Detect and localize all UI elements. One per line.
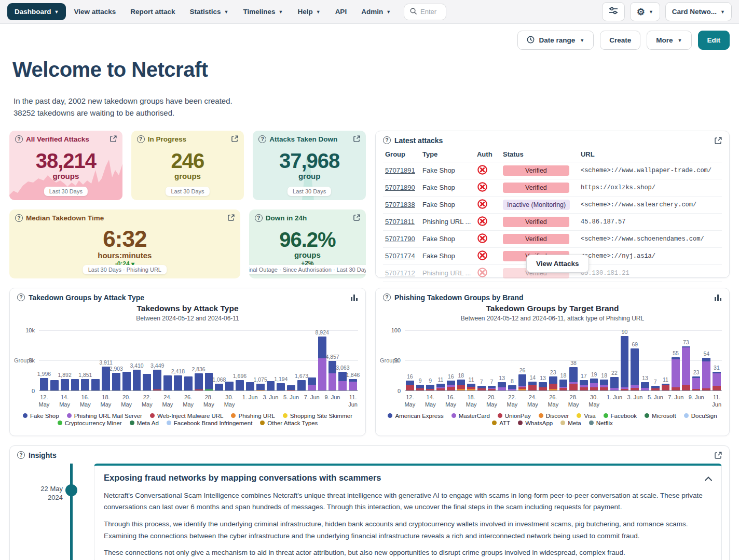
help-circle-icon[interactable]: ? — [17, 293, 25, 301]
bar-4-jun[interactable]: 1,194 — [277, 330, 285, 390]
search-input[interactable]: Enter — [404, 4, 446, 20]
legend-item-unionpay[interactable]: UnionPay — [498, 413, 531, 419]
legend-item-american-express[interactable]: American Express — [388, 413, 443, 419]
group-id-link[interactable]: 57071838 — [385, 201, 415, 208]
nav-item-view-attacks[interactable]: View attacks — [67, 4, 122, 20]
bar-26-may[interactable] — [184, 330, 193, 390]
bar-14-may[interactable]: 9 — [426, 330, 434, 390]
bar-1-jun[interactable]: 22 — [610, 330, 619, 390]
bar-28-may[interactable]: 38 — [569, 330, 578, 390]
group-id-link[interactable]: 57071712 — [385, 269, 415, 277]
group-id-link[interactable]: 57071790 — [385, 235, 415, 243]
bar-16-may[interactable]: 16 — [447, 330, 455, 390]
bar-9-jun[interactable]: 23 — [692, 330, 701, 390]
legend-item-netflix[interactable]: Netflix — [589, 420, 613, 426]
more-button[interactable]: More ▼ — [647, 31, 691, 50]
bar-1-jun[interactable] — [246, 330, 254, 390]
bar-30-may[interactable] — [225, 330, 234, 390]
legend-item-web-inject-malware-url[interactable]: Web-Inject Malware URL — [150, 413, 224, 419]
auth-denied-icon[interactable] — [477, 255, 488, 262]
auth-denied-icon[interactable] — [477, 220, 488, 228]
view-attacks-button[interactable]: View Attacks — [526, 255, 589, 273]
bar-5-jun[interactable] — [287, 330, 295, 390]
filter-sliders-button[interactable] — [602, 2, 625, 21]
help-circle-icon[interactable]: ? — [383, 293, 391, 301]
bar-19-may[interactable]: 7 — [477, 330, 486, 390]
auth-denied-icon[interactable] — [477, 272, 488, 279]
legend-item-microsoft[interactable]: Microsoft — [645, 413, 676, 419]
bar-17-may[interactable]: 18 — [457, 330, 466, 390]
legend-item-facebook-brand-infringement[interactable]: Facebook Brand Infringement — [167, 420, 253, 426]
legend-item-docusign[interactable]: DocuSign — [684, 413, 717, 419]
nav-item-help[interactable]: Help▼ — [291, 4, 327, 20]
bar-29-may[interactable]: 17 — [580, 330, 588, 390]
bar-5-jun[interactable]: 7 — [651, 330, 660, 390]
external-link-icon[interactable] — [715, 137, 722, 144]
legend-item-discover[interactable]: Discover — [539, 413, 569, 419]
help-circle-icon[interactable]: ? — [383, 136, 391, 144]
legend-item-phishing-url-mail-server[interactable]: Phishing URL Mail Server — [67, 413, 142, 419]
edit-button[interactable]: Edit — [698, 31, 730, 50]
nav-item-dashboard[interactable]: Dashboard▼ — [7, 3, 66, 20]
bar-21-may[interactable]: 13 — [498, 330, 506, 390]
bar-22-may[interactable] — [143, 330, 151, 390]
bar-20-may[interactable]: 7 — [488, 330, 496, 390]
nav-item-admin[interactable]: Admin▼ — [354, 4, 398, 20]
bar-15-may[interactable]: 11 — [436, 330, 445, 390]
bar-22-may[interactable]: 8 — [508, 330, 516, 390]
legend-item-meta-ad[interactable]: Meta Ad — [130, 420, 159, 426]
legend-item-phishing-url[interactable]: Phishing URL — [231, 413, 275, 419]
bar-11-jun[interactable]: 1,846 — [349, 330, 357, 390]
bar-23-may[interactable]: 26 — [518, 330, 527, 390]
bar-6-jun[interactable]: 1,673 — [297, 330, 306, 390]
auth-denied-icon[interactable] — [477, 237, 488, 245]
help-circle-icon[interactable]: ? — [258, 135, 266, 143]
external-link-icon[interactable] — [353, 135, 360, 142]
bar-13-may[interactable] — [50, 330, 59, 390]
bar-31-may[interactable]: 1,696 — [236, 330, 244, 390]
legend-item-shopping-site-skimmer[interactable]: Shopping Site Skimmer — [283, 413, 352, 419]
group-id-link[interactable]: 57071890 — [385, 184, 415, 191]
bar-11-jun[interactable]: 31 — [713, 330, 721, 390]
external-link-icon[interactable] — [231, 135, 238, 142]
bar-17-may[interactable] — [91, 330, 100, 390]
group-id-link[interactable]: 57071774 — [385, 252, 415, 260]
bar-15-may[interactable] — [71, 330, 79, 390]
group-id-link[interactable]: 57071891 — [385, 166, 415, 174]
bar-9-jun[interactable]: 4,857 — [329, 330, 337, 390]
bar-31-may[interactable]: 18 — [600, 330, 608, 390]
bar-27-may[interactable]: 2,836 — [195, 330, 203, 390]
legend-item-mastercard[interactable]: MasterCard — [451, 413, 490, 419]
bar-10-jun[interactable]: 54 — [702, 330, 710, 390]
bar-7-jun[interactable] — [308, 330, 316, 390]
bar-12-may[interactable]: 16 — [406, 330, 414, 390]
legend-item-other-attack-types[interactable]: Other Attack Types — [260, 420, 318, 426]
help-circle-icon[interactable]: ? — [15, 214, 23, 222]
bar-30-may[interactable]: 19 — [590, 330, 598, 390]
bar-2-jun[interactable]: 90 — [621, 330, 629, 390]
legend-item-facebook[interactable]: Facebook — [604, 413, 637, 419]
bar-4-jun[interactable]: 13 — [641, 330, 649, 390]
settings-button[interactable]: ⚙ ▼ — [630, 2, 660, 21]
legend-item-cryptocurrency-miner[interactable]: Cryptocurrency Miner — [58, 420, 122, 426]
bar-13-may[interactable]: 9 — [416, 330, 425, 390]
group-id-link[interactable]: 57071811 — [385, 218, 415, 226]
help-circle-icon[interactable]: ? — [255, 214, 263, 222]
bar-7-jun[interactable]: 55 — [672, 330, 680, 390]
bar-6-jun[interactable]: 11 — [662, 330, 670, 390]
legend-item-visa[interactable]: Visa — [577, 413, 595, 419]
bar-24-may[interactable]: 14 — [528, 330, 537, 390]
help-circle-icon[interactable]: ? — [137, 135, 145, 143]
bar-3-jun[interactable] — [267, 330, 275, 390]
create-button[interactable]: Create — [600, 31, 640, 50]
bar-29-may[interactable]: 1,068 — [215, 330, 223, 390]
auth-denied-icon[interactable] — [477, 169, 488, 177]
auth-denied-icon[interactable] — [477, 186, 488, 194]
bar-16-may[interactable]: 1,851 — [81, 330, 89, 390]
nav-item-api[interactable]: API — [329, 4, 354, 20]
nav-item-statistics[interactable]: Statistics▼ — [183, 4, 236, 20]
bar-28-may[interactable] — [205, 330, 213, 390]
bar-8-jun[interactable]: 8,924 — [318, 330, 326, 390]
bar-2-jun[interactable]: 1,075 — [256, 330, 265, 390]
bar-14-may[interactable]: 1,892 — [61, 330, 69, 390]
